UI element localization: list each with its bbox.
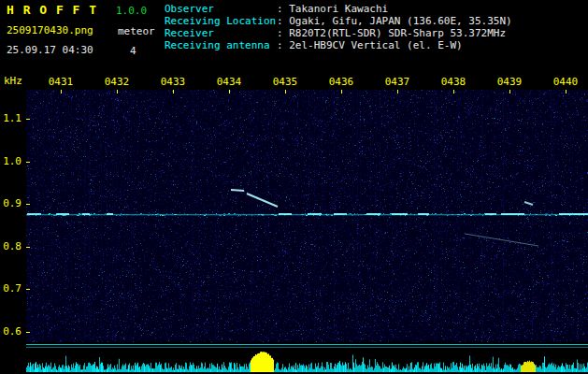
x-tick-label: 0435 [271,76,299,88]
meteor-count: 4 [130,45,136,57]
info-separator: : [277,39,289,51]
info-label: Observer [165,3,277,15]
info-label: Receiving Location [165,15,277,27]
info-label: Receiver [165,27,277,39]
app-title: H R O F F T [7,3,97,17]
info-value: R820T2(RTL-SDR) SDR-Sharp 53.372MHz [289,27,506,39]
observation-datetime: 25.09.17 04:30 [7,44,93,56]
info-label: Receiving antenna [165,39,277,51]
x-tick-label: 0440 [552,76,580,88]
x-tick-label: 0436 [327,76,355,88]
app-version: 1.0.0 [116,5,147,17]
info-value: Takanori Kawachi [289,3,388,15]
hrofft-output: H R O F F T 1.0.0 2509170430.png meteor … [0,0,588,374]
x-tick-label: 0433 [159,76,187,88]
x-tick-label: 0437 [383,76,411,88]
output-filename: 2509170430.png [7,24,93,36]
info-separator: : [277,3,289,15]
y-tick-label: 0.9 [0,197,22,209]
mode-label: meteor [118,25,155,37]
info-separator: : [277,15,289,27]
y-tick-label: 1.0 [0,155,22,167]
x-tick-label: 0439 [495,76,523,88]
info-separator: : [277,27,289,39]
x-tick-label: 0434 [215,76,243,88]
spectrogram-canvas [26,90,588,342]
y-tick-label: 0.8 [0,240,22,252]
station-info: Observer: Takanori Kawachi Receiving Loc… [165,3,512,51]
info-row-antenna: Receiving antenna: 2el-HB9CV Vertical (e… [165,39,512,51]
separator-line-top [26,344,588,345]
x-tick-label: 0438 [439,76,467,88]
y-tick-label: 0.7 [0,282,22,295]
info-row-observer: Observer: Takanori Kawachi [165,3,512,15]
x-tick-label: 0431 [47,76,75,88]
signal-level-strip-canvas [26,350,588,372]
y-axis-unit-label: kHz [4,75,22,87]
info-value: Ogaki, Gifu, JAPAN (136.60E, 35.35N) [289,15,511,27]
y-tick-label: 0.6 [0,325,22,338]
info-row-location: Receiving Location: Ogaki, Gifu, JAPAN (… [165,15,512,27]
info-row-receiver: Receiver: R820T2(RTL-SDR) SDR-Sharp 53.3… [165,27,512,39]
x-tick-label: 0432 [103,76,131,88]
separator-line-bottom [26,347,588,348]
y-tick-label: 1.1 [0,112,22,124]
info-value: 2el-HB9CV Vertical (el. E-W) [289,39,462,51]
